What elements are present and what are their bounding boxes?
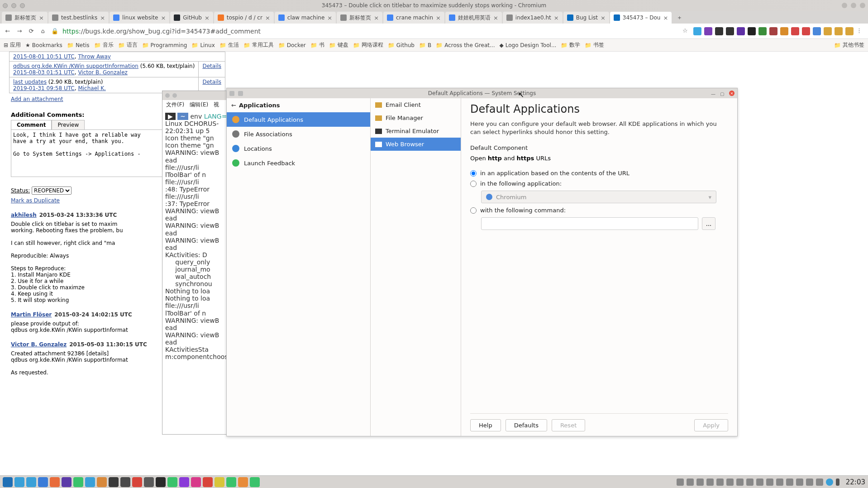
browser-tab[interactable]: index1ae0.ht×: [503, 12, 563, 24]
details-link[interactable]: Details: [202, 63, 221, 69]
taskbar-app-icon[interactable]: [215, 477, 224, 487]
attachment-user[interactable]: Throw Away: [78, 53, 111, 60]
sidebar-item-file-associations[interactable]: File Associations: [227, 127, 370, 141]
bookmark-folder[interactable]: Docker: [278, 42, 306, 48]
close-icon[interactable]: ×: [205, 14, 210, 21]
close-icon[interactable]: ×: [100, 14, 105, 21]
minimize-button[interactable]: [711, 91, 716, 96]
commenter-link[interactable]: Victor B. Gonzalez: [11, 341, 67, 348]
comment-textarea[interactable]: [11, 129, 164, 177]
taskbar-app-icon[interactable]: [250, 477, 260, 487]
system-settings-titlebar[interactable]: Default Applications — System Settings ×: [227, 88, 737, 98]
bookmark-folder[interactable]: Netis: [67, 42, 90, 48]
taskbar-app-icon[interactable]: [226, 477, 236, 487]
close-icon[interactable]: ×: [554, 14, 559, 21]
bookmark-folder[interactable]: Linux: [191, 42, 215, 48]
browse-button[interactable]: ...: [702, 217, 715, 230]
taskbar[interactable]: 22:03: [0, 475, 868, 488]
radio-content-based[interactable]: in an application based on the contents …: [470, 170, 728, 177]
close-button[interactable]: ×: [729, 91, 734, 96]
taskbar-app-icon[interactable]: [132, 477, 142, 487]
close-icon[interactable]: ×: [374, 14, 379, 21]
taskbar-app-icon[interactable]: [85, 477, 95, 487]
bookmark-folder[interactable]: 键盘: [329, 41, 348, 49]
status-select[interactable]: REOPENED: [32, 187, 72, 195]
sidebar-item-default-applications[interactable]: Default Applications: [227, 112, 370, 127]
bookmark-item[interactable]: ★ Bookmarks: [25, 42, 62, 48]
taskbar-app-icon[interactable]: [62, 477, 72, 487]
taskbar-app-icon[interactable]: [14, 477, 24, 487]
component-web-browser[interactable]: Web Browser: [371, 138, 461, 151]
command-input[interactable]: [481, 217, 698, 230]
component-terminal-emulator[interactable]: Terminal Emulator: [371, 124, 461, 138]
extension-icons[interactable]: ☆ ⋮: [682, 27, 864, 35]
tab-preview[interactable]: Preview: [52, 120, 85, 129]
attachment-ts[interactable]: 2019-01-31 09:58 UTC: [13, 85, 75, 91]
close-icon[interactable]: ×: [663, 14, 668, 21]
bookmark-folder[interactable]: 书签: [585, 41, 604, 49]
bookmark-folder[interactable]: 生活: [219, 41, 239, 49]
taskbar-app-icon[interactable]: [120, 477, 130, 487]
sidebar-item-locations[interactable]: Locations: [227, 141, 370, 156]
commenter-link[interactable]: Martin Flöser: [11, 311, 52, 318]
bookmark-folder[interactable]: Programming: [142, 42, 187, 48]
chromium-titlebar[interactable]: 345473 – Double click on titlebar to max…: [0, 0, 868, 11]
attachment-user[interactable]: Michael K.: [78, 85, 105, 91]
details-link[interactable]: Details: [202, 79, 221, 85]
taskbar-app-icon[interactable]: [109, 477, 119, 487]
forward-button[interactable]: →: [15, 27, 24, 35]
bookmark-folder[interactable]: Github: [388, 42, 415, 48]
maximize-button[interactable]: [720, 91, 725, 96]
system-tray[interactable]: 22:03: [677, 478, 865, 486]
browser-tab[interactable]: GitHub×: [170, 12, 213, 24]
bookmark-folder[interactable]: 数学: [561, 41, 580, 49]
attachment-user[interactable]: Victor B. Gonzalez: [78, 69, 127, 76]
browser-tab[interactable]: 娃娃机用英语×: [445, 12, 502, 24]
bookmark-folder[interactable]: 常用工具: [243, 41, 274, 49]
bookmark-folder[interactable]: 语言: [118, 41, 138, 49]
url-field[interactable]: https://bugs.kde.org/show_bug.cgi?id=345…: [62, 28, 261, 35]
taskbar-app-icon[interactable]: [144, 477, 154, 487]
taskbar-app-icon[interactable]: [97, 477, 107, 487]
browser-tab[interactable]: test.bestlinks×: [48, 12, 109, 24]
other-bookmarks[interactable]: 其他书签: [834, 41, 864, 49]
taskbar-app-icon[interactable]: [38, 477, 48, 487]
taskbar-app-icon[interactable]: [191, 477, 201, 487]
bookmark-folder[interactable]: 网络课程: [353, 41, 383, 49]
taskbar-app-icon[interactable]: [167, 477, 177, 487]
defaults-button[interactable]: Defaults: [506, 419, 547, 431]
attachment-ts[interactable]: 2015-08-03 01:51 UTC: [13, 69, 75, 76]
tab-comment[interactable]: Comment: [11, 120, 52, 129]
component-email-client[interactable]: Email Client: [371, 98, 461, 111]
add-attachment-link[interactable]: Add an attachment: [11, 96, 63, 102]
browser-tab[interactable]: crane machin×: [383, 12, 444, 24]
close-icon[interactable]: ×: [161, 14, 166, 21]
component-file-manager[interactable]: File Manager: [371, 111, 461, 124]
home-button[interactable]: ⌂: [39, 27, 47, 35]
attachment-ts[interactable]: 2015-08-01 10:51 UTC: [13, 53, 75, 60]
application-select[interactable]: Chromium: [481, 191, 716, 203]
browser-tab-active[interactable]: 345473 – Dou×: [610, 12, 672, 24]
apps-button[interactable]: ⊞ 应用: [4, 41, 21, 49]
close-icon[interactable]: ×: [436, 14, 441, 21]
sidebar-item-launch-feedback[interactable]: Launch Feedback: [227, 156, 370, 170]
close-icon[interactable]: ×: [493, 14, 498, 21]
browser-tab[interactable]: linux website×: [110, 12, 169, 24]
back-button[interactable]: ←: [4, 27, 12, 35]
browser-tab[interactable]: 新标签页×: [337, 12, 382, 24]
commenter-link[interactable]: akhilesh: [11, 212, 37, 218]
taskbar-app-icon[interactable]: [179, 477, 189, 487]
apply-button[interactable]: Apply: [694, 419, 728, 431]
taskbar-app-icon[interactable]: [238, 477, 248, 487]
close-icon[interactable]: ×: [601, 14, 606, 21]
attachment-link[interactable]: last updates: [13, 79, 47, 85]
bookmark-folder[interactable]: 书: [310, 41, 324, 49]
sidebar-back[interactable]: Applications: [227, 98, 370, 112]
radio-following-command[interactable]: with the following command:: [470, 207, 728, 214]
taskbar-app-icon[interactable]: [50, 477, 60, 487]
taskbar-app-icon[interactable]: [156, 477, 166, 487]
window-controls-right[interactable]: [842, 3, 865, 8]
reload-button[interactable]: ⟳: [27, 27, 35, 35]
bookmark-item[interactable]: ◆ Logo Design Tool...: [500, 42, 557, 48]
close-icon[interactable]: ×: [327, 14, 332, 21]
